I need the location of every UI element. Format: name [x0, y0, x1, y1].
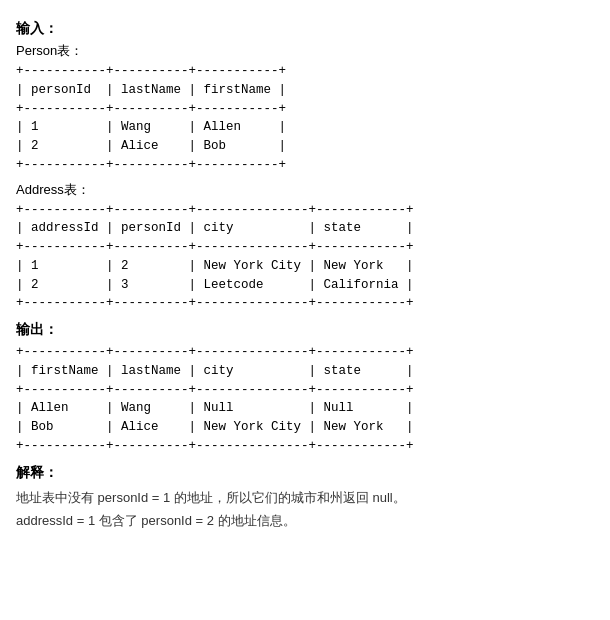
address-table: +-----------+----------+---------------+…	[16, 201, 594, 314]
explanation-label: 解释：	[16, 464, 594, 482]
person-table-label: Person表：	[16, 42, 594, 60]
explanation-section: 解释： 地址表中没有 personId = 1 的地址，所以它们的城市和州返回 …	[16, 464, 594, 533]
input-section: 输入： Person表： +-----------+----------+---…	[16, 20, 594, 313]
input-label: 输入：	[16, 20, 594, 38]
output-label: 输出：	[16, 321, 594, 339]
explanation-line-1: 地址表中没有 personId = 1 的地址，所以它们的城市和州返回 null…	[16, 486, 594, 509]
explanation-line-2: addressId = 1 包含了 personId = 2 的地址信息。	[16, 509, 594, 532]
address-table-label: Address表：	[16, 181, 594, 199]
output-table: +-----------+----------+---------------+…	[16, 343, 594, 456]
explanation-text: 地址表中没有 personId = 1 的地址，所以它们的城市和州返回 null…	[16, 486, 594, 533]
output-section: 输出： +-----------+----------+------------…	[16, 321, 594, 456]
person-table: +-----------+----------+-----------+ | p…	[16, 62, 594, 175]
